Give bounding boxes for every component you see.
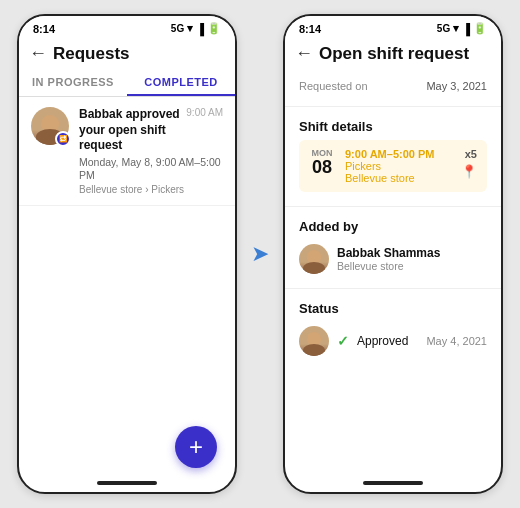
arrow-connector: ➤ xyxy=(251,241,269,267)
shift-meta-col: x5 📍 xyxy=(461,148,477,179)
status-icons-2: 5G ▾ ▐ 🔋 xyxy=(437,22,487,35)
notif-content: Babbak approved your open shift request … xyxy=(79,107,223,195)
status-date: May 4, 2021 xyxy=(426,335,487,347)
shift-info-col: 9:00 AM–5:00 PM Pickers Bellevue store xyxy=(345,148,451,184)
battery-icon: 🔋 xyxy=(207,22,221,35)
status-section: Status ✓ Approved May 4, 2021 xyxy=(285,293,501,366)
shift-details-section: Shift details MON 08 9:00 AM–5:00 PM Pic… xyxy=(285,111,501,202)
shift-card: MON 08 9:00 AM–5:00 PM Pickers Bellevue … xyxy=(299,140,487,192)
tab-completed[interactable]: COMPLETED xyxy=(127,68,235,96)
added-by-store: Bellevue store xyxy=(337,260,440,272)
wifi-icon-2: ▾ xyxy=(453,22,459,35)
signal-2: 5G xyxy=(437,23,450,34)
page-title-2: Open shift request xyxy=(319,44,469,64)
phone-2: 8:14 5G ▾ ▐ 🔋 ← Open shift request Reque… xyxy=(283,14,503,494)
added-by-title: Added by xyxy=(299,219,487,234)
time-2: 8:14 xyxy=(299,23,321,35)
added-by-section: Added by Babbak Shammas Bellevue store xyxy=(285,211,501,284)
shift-time: 9:00 AM–5:00 PM xyxy=(345,148,451,160)
shift-details-title: Shift details xyxy=(299,119,487,134)
notif-title: Babbak approved your open shift request xyxy=(79,107,180,154)
fab-button[interactable]: + xyxy=(175,426,217,468)
status-row: ✓ Approved May 4, 2021 xyxy=(299,322,487,360)
shift-date-col: MON 08 xyxy=(309,148,335,176)
tabs-1: IN PROGRESS COMPLETED xyxy=(19,68,235,97)
shift-day-num: 08 xyxy=(309,158,335,176)
divider-2 xyxy=(285,206,501,207)
home-indicator-1 xyxy=(97,481,157,485)
battery-icon-2: 🔋 xyxy=(473,22,487,35)
status-avatar xyxy=(299,326,329,356)
added-by-avatar xyxy=(299,244,329,274)
phones-wrapper: 8:14 5G ▾ ▐ 🔋 ← Requests IN PROGRESS COM… xyxy=(17,14,503,494)
divider-3 xyxy=(285,288,501,289)
divider-1 xyxy=(285,106,501,107)
badge: 🔁 xyxy=(55,131,71,147)
signal-1: 5G xyxy=(171,23,184,34)
added-by-row: Babbak Shammas Bellevue store xyxy=(299,240,487,278)
signal-bars-icon: ▐ xyxy=(196,23,204,35)
nav-header-1: ← Requests xyxy=(19,37,235,68)
phone-1: 8:14 5G ▾ ▐ 🔋 ← Requests IN PROGRESS COM… xyxy=(17,14,237,494)
check-icon: ✓ xyxy=(337,333,349,349)
requested-on-row: Requested on May 3, 2021 xyxy=(299,76,487,96)
wifi-icon: ▾ xyxy=(187,22,193,35)
status-bar-1: 8:14 5G ▾ ▐ 🔋 xyxy=(19,16,235,37)
shift-count: x5 xyxy=(465,148,477,160)
shift-store: Bellevue store xyxy=(345,172,451,184)
tab-in-progress[interactable]: IN PROGRESS xyxy=(19,68,127,96)
back-button-1[interactable]: ← xyxy=(29,43,47,64)
avatar-wrapper: 🔁 xyxy=(31,107,69,145)
status-bar-2: 8:14 5G ▾ ▐ 🔋 xyxy=(285,16,501,37)
notif-row: Babbak approved your open shift request … xyxy=(79,107,223,154)
page-title-1: Requests xyxy=(53,44,130,64)
notif-store: Bellevue store › Pickers xyxy=(79,184,223,195)
requested-on-value: May 3, 2021 xyxy=(426,80,487,92)
signal-bars-icon-2: ▐ xyxy=(462,23,470,35)
notif-subtitle: Monday, May 8, 9:00 AM–5:00 PM xyxy=(79,156,223,183)
location-icon: 📍 xyxy=(461,164,477,179)
back-button-2[interactable]: ← xyxy=(295,43,313,64)
status-text: Approved xyxy=(357,334,418,348)
requested-on-label: Requested on xyxy=(299,80,368,92)
status-icons-1: 5G ▾ ▐ 🔋 xyxy=(171,22,221,35)
added-by-info: Babbak Shammas Bellevue store xyxy=(337,246,440,272)
notification-item[interactable]: 🔁 Babbak approved your open shift reques… xyxy=(19,97,235,206)
notif-time: 9:00 AM xyxy=(186,107,223,118)
time-1: 8:14 xyxy=(33,23,55,35)
shift-role: Pickers xyxy=(345,160,451,172)
badge-icon: 🔁 xyxy=(59,135,68,143)
added-by-name: Babbak Shammas xyxy=(337,246,440,260)
nav-header-2: ← Open shift request xyxy=(285,37,501,68)
home-indicator-2 xyxy=(363,481,423,485)
right-arrow-icon: ➤ xyxy=(251,241,269,267)
requested-on-section: Requested on May 3, 2021 xyxy=(285,68,501,102)
status-title: Status xyxy=(299,301,487,316)
